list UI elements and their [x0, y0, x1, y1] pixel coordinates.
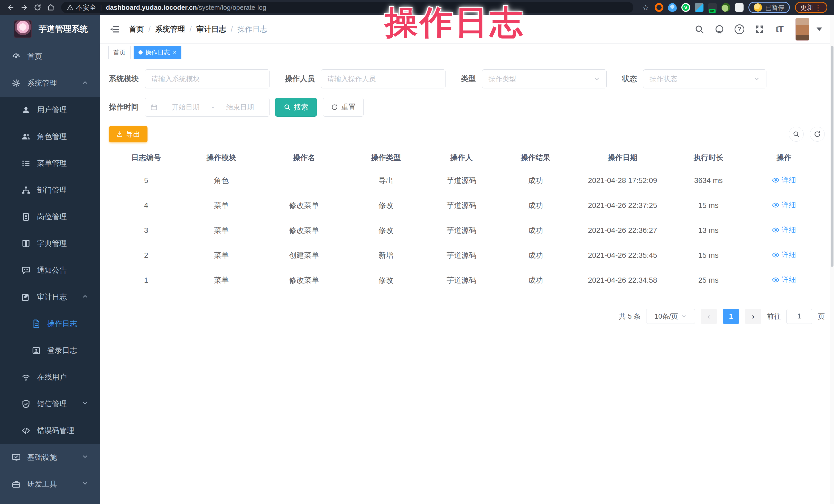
sidebar-item-label: 字典管理: [37, 239, 67, 249]
paused-label: 已暂停: [765, 3, 784, 12]
export-button[interactable]: 导出: [109, 126, 148, 143]
browser-back-button[interactable]: [5, 2, 17, 13]
show-search-button[interactable]: [789, 127, 804, 141]
paused-extension-chip[interactable]: 已暂停: [748, 2, 790, 13]
filter-row-1: 系统模块 操作人员 类型 操作类型 状态 操作状: [109, 69, 825, 88]
tag-operate-log[interactable]: 操作日志 ×: [134, 46, 181, 59]
sidebar-collapse-button[interactable]: [109, 24, 120, 35]
detail-link[interactable]: 详细: [772, 200, 796, 210]
refresh-table-button[interactable]: [810, 127, 825, 141]
github-icon[interactable]: [714, 24, 725, 35]
filter-time: 操作时间 开始日期 - 结束日期: [109, 98, 269, 117]
sidebar-item-departments[interactable]: 部门管理: [0, 177, 100, 203]
sidebar-item-infrastructure[interactable]: 基础设施: [0, 444, 100, 471]
operator-input[interactable]: [321, 69, 445, 88]
table-row: 5 角色 导出 芋道源码 成功 2021-04-28 17:52:09 3634…: [109, 168, 825, 193]
sidebar-item-online-users[interactable]: 在线用户: [0, 364, 100, 391]
extension-icon-orange[interactable]: [655, 3, 663, 12]
sidebar-item-audit-log[interactable]: 审计日志: [0, 284, 100, 310]
sidebar-item-notices[interactable]: 通知公告: [0, 257, 100, 284]
security-label[interactable]: 不安全: [76, 3, 96, 12]
browser-update-button[interactable]: 更新 ⋮: [795, 2, 827, 13]
sidebar-item-label: 错误码管理: [37, 425, 74, 436]
sidebar-item-sms[interactable]: 短信管理: [0, 391, 100, 417]
cell-log-id: 1: [109, 268, 183, 293]
sidebar-item-operate-log[interactable]: 操作日志: [0, 310, 100, 337]
sidebar-item-label: 登录日志: [47, 346, 77, 356]
status-select[interactable]: 操作状态: [643, 69, 766, 88]
user-avatar[interactable]: [795, 18, 809, 41]
sidebar-item-home[interactable]: 首页: [0, 43, 100, 70]
sidebar-item-label: 岗位管理: [37, 212, 67, 222]
detail-link[interactable]: 详细: [772, 175, 796, 185]
module-input[interactable]: [145, 69, 269, 88]
app-logo-row[interactable]: 芋道管理系统: [0, 15, 100, 43]
goto-page-input[interactable]: [787, 309, 812, 324]
extension-icon-dark[interactable]: on: [708, 3, 717, 12]
browser-home-button[interactable]: [45, 2, 57, 13]
tag-label: 首页: [113, 48, 126, 57]
sidebar-item-dictionary[interactable]: 字典管理: [0, 230, 100, 257]
document-icon: [31, 319, 42, 329]
sidebar-item-system[interactable]: 系统管理: [0, 70, 100, 96]
date-range-picker[interactable]: 开始日期 - 结束日期: [145, 98, 269, 117]
detail-link[interactable]: 详细: [772, 225, 796, 235]
col-log-id: 日志编号: [109, 148, 183, 168]
close-icon[interactable]: ×: [173, 49, 176, 56]
help-icon[interactable]: ?: [734, 24, 745, 35]
breadcrumb-audit-log[interactable]: 审计日志: [196, 24, 226, 35]
fullscreen-icon[interactable]: [754, 24, 765, 35]
col-type: 操作类型: [349, 148, 423, 168]
col-operator: 操作人: [423, 148, 500, 168]
search-button[interactable]: 搜索: [275, 98, 317, 117]
sidebar-item-login-log[interactable]: 登录日志: [0, 337, 100, 364]
detail-link[interactable]: 详细: [772, 250, 796, 260]
sidebar-item-users[interactable]: 用户管理: [0, 96, 100, 123]
breadcrumb-home[interactable]: 首页: [129, 24, 144, 35]
login-log-icon: [31, 345, 42, 356]
cell-module: 角色: [183, 168, 259, 193]
font-size-icon[interactable]: tT: [774, 24, 785, 35]
gear-icon: [11, 78, 22, 89]
tag-home[interactable]: 首页: [108, 46, 131, 59]
page-scrollbar[interactable]: [830, 15, 834, 504]
chevron-down-icon: [82, 480, 88, 488]
extension-icon-green[interactable]: v: [681, 3, 690, 12]
page-number-button[interactable]: 1: [723, 309, 739, 324]
extension-icon-blue-drop[interactable]: [668, 3, 677, 12]
sidebar-item-label: 用户管理: [37, 105, 67, 115]
eye-icon: [772, 276, 780, 284]
sitemap-icon: [21, 185, 31, 196]
type-select[interactable]: 操作类型: [482, 69, 607, 88]
sidebar-item-posts[interactable]: 岗位管理: [0, 203, 100, 230]
reset-button[interactable]: 重置: [323, 98, 364, 117]
caret-down-icon[interactable]: [816, 27, 822, 31]
col-date: 操作日期: [571, 148, 674, 168]
prev-page-button[interactable]: ‹: [701, 309, 717, 324]
filter-status: 状态 操作状态: [622, 69, 766, 88]
sidebar-item-error-codes[interactable]: 错误码管理: [0, 417, 100, 444]
sidebar-item-menus[interactable]: 菜单管理: [0, 150, 100, 177]
address-bar[interactable]: 不安全 | dashboard.yudao.iocoder.cn/system/…: [61, 2, 633, 13]
sidebar-item-label: 通知公告: [37, 265, 67, 276]
home-icon: [47, 4, 55, 11]
cell-duration: 3634 ms: [674, 168, 743, 193]
breadcrumb-separator: /: [149, 25, 151, 34]
sidebar-item-dev-tools[interactable]: 研发工具: [0, 471, 100, 498]
search-icon[interactable]: [694, 24, 705, 35]
extensions-puzzle-icon[interactable]: [735, 3, 744, 12]
cell-module: 菜单: [183, 193, 259, 218]
browser-reload-button[interactable]: [32, 2, 43, 13]
cell-result: 成功: [500, 268, 571, 293]
extension-icon-grid[interactable]: [695, 3, 703, 12]
scrollbar-thumb[interactable]: [831, 46, 833, 267]
sidebar-item-roles[interactable]: 角色管理: [0, 123, 100, 150]
extension-icon-sprout[interactable]: [722, 3, 730, 12]
bookmark-star-icon[interactable]: ☆: [640, 2, 651, 13]
breadcrumb-system[interactable]: 系统管理: [155, 24, 185, 35]
detail-link[interactable]: 详细: [772, 275, 796, 285]
next-page-button[interactable]: ›: [745, 309, 761, 324]
browser-menu-icon[interactable]: ⋮: [814, 3, 822, 12]
browser-forward-button[interactable]: [19, 2, 30, 13]
page-size-select[interactable]: 10条/页: [646, 309, 695, 324]
